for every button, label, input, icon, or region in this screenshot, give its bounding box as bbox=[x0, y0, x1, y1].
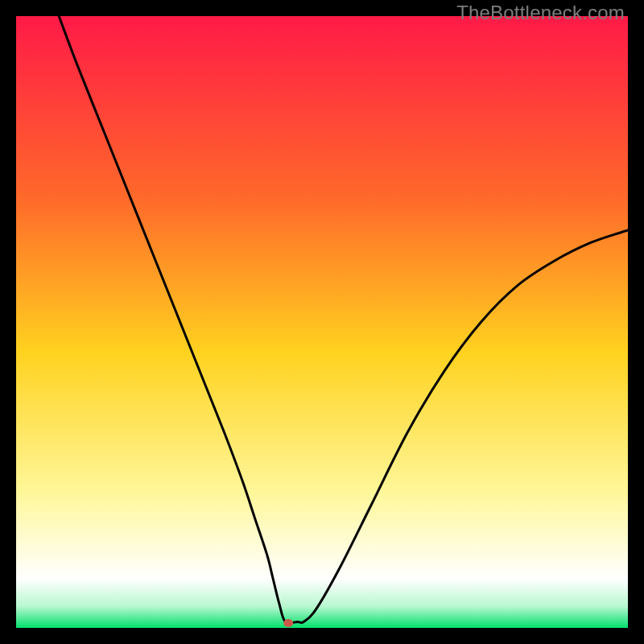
optimum-marker bbox=[283, 619, 293, 627]
watermark-text: TheBottleneck.com bbox=[456, 2, 625, 24]
gradient-background bbox=[16, 16, 628, 628]
chart-frame bbox=[16, 16, 628, 628]
bottleneck-chart bbox=[16, 16, 628, 628]
